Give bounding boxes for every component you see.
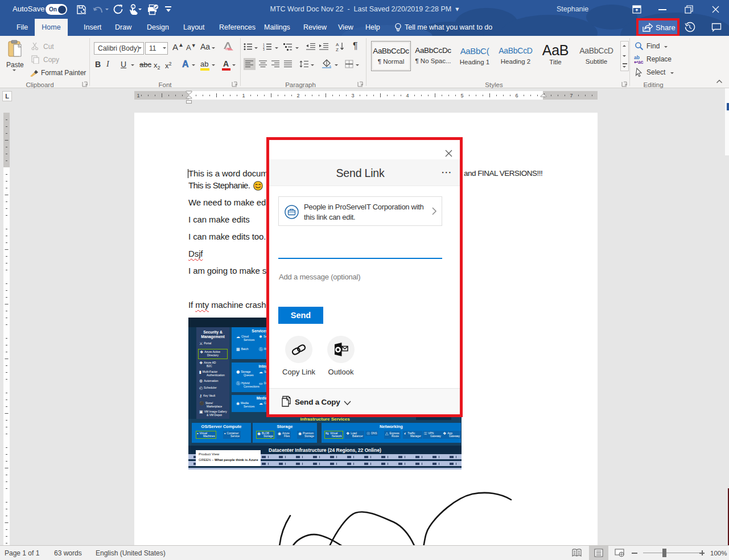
svg-text:1: 1 [242,93,245,98]
svg-text:7: 7 [570,93,573,98]
svg-text:1: 1 [137,93,139,98]
svg-text:6: 6 [515,93,518,98]
svg-text:5: 5 [460,93,463,98]
svg-text:4: 4 [406,93,409,98]
svg-text:↩ac: ↩ac [634,59,644,64]
svg-text:Z: Z [336,47,339,51]
svg-text:A: A [336,42,339,47]
svg-text:2: 2 [296,93,299,98]
svg-text:3: 3 [263,48,265,51]
svg-text:3: 3 [351,93,354,98]
